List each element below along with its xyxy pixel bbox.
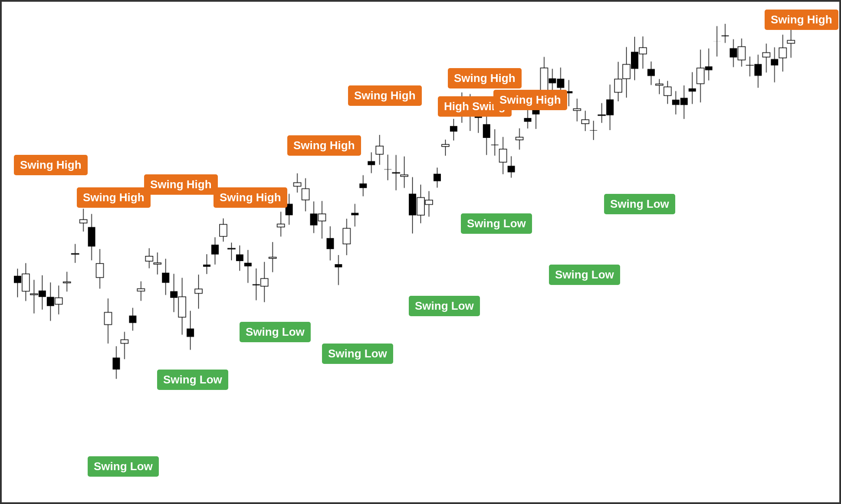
swing-low-2: Swing Low <box>157 370 228 390</box>
swing-low-3: Swing Low <box>240 322 311 342</box>
swing-low-4: Swing Low <box>322 344 393 364</box>
swing-high-3: Swing High <box>144 174 218 195</box>
swing-low-1: Swing Low <box>88 456 159 477</box>
swing-high-1: Swing High <box>14 155 88 175</box>
chart-container: Swing HighSwing HighSwing HighSwing High… <box>0 0 841 504</box>
candlestick-chart <box>1 1 840 503</box>
swing-low-8: Swing Low <box>604 194 675 214</box>
swing-low-6: Swing Low <box>549 265 620 285</box>
swing-high-6: Swing High <box>348 85 422 106</box>
swing-high-8: Swing High <box>493 90 567 110</box>
swing-high-9: Swing High <box>448 68 522 88</box>
swing-high-2: Swing High <box>77 187 151 208</box>
swing-high-corner: Swing High <box>765 10 838 30</box>
swing-high-4: Swing High <box>214 187 287 208</box>
swing-high-5: Swing High <box>287 135 361 156</box>
swing-low-7: Swing Low <box>461 213 532 234</box>
swing-low-5: Swing Low <box>409 296 480 316</box>
